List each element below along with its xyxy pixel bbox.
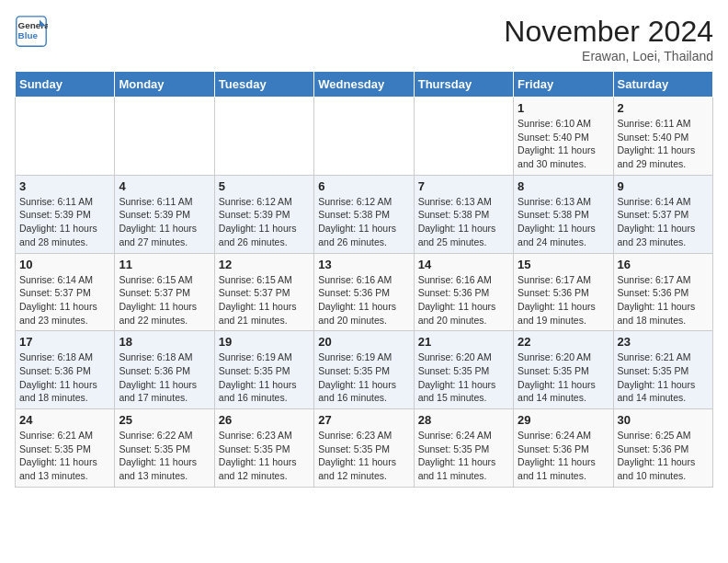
- day-info: Sunrise: 6:14 AM Sunset: 5:37 PM Dayligh…: [19, 273, 110, 327]
- calendar-week: 24Sunrise: 6:21 AM Sunset: 5:35 PM Dayli…: [16, 409, 713, 488]
- calendar-week: 17Sunrise: 6:18 AM Sunset: 5:36 PM Dayli…: [16, 331, 713, 409]
- day-info: Sunrise: 6:13 AM Sunset: 5:38 PM Dayligh…: [418, 195, 509, 249]
- calendar-cell: [214, 98, 313, 176]
- day-info: Sunrise: 6:21 AM Sunset: 5:35 PM Dayligh…: [618, 350, 709, 405]
- calendar-body: 1Sunrise: 6:10 AM Sunset: 5:40 PM Daylig…: [16, 98, 713, 488]
- day-info: Sunrise: 6:11 AM Sunset: 5:39 PM Dayligh…: [119, 195, 210, 249]
- day-info: Sunrise: 6:16 AM Sunset: 5:36 PM Dayligh…: [418, 273, 509, 327]
- day-info: Sunrise: 6:20 AM Sunset: 5:35 PM Dayligh…: [418, 350, 509, 405]
- day-number: 22: [518, 335, 609, 349]
- weekday-header: Tuesday: [214, 72, 313, 98]
- calendar-header: SundayMondayTuesdayWednesdayThursdayFrid…: [16, 72, 713, 98]
- day-number: 12: [219, 258, 310, 271]
- svg-text:Blue: Blue: [18, 30, 39, 40]
- day-number: 30: [618, 413, 709, 427]
- calendar-cell: 27Sunrise: 6:23 AM Sunset: 5:35 PM Dayli…: [314, 409, 414, 488]
- day-info: Sunrise: 6:16 AM Sunset: 5:36 PM Dayligh…: [318, 273, 409, 327]
- calendar-week: 10Sunrise: 6:14 AM Sunset: 5:37 PM Dayli…: [16, 253, 713, 331]
- day-info: Sunrise: 6:22 AM Sunset: 5:35 PM Dayligh…: [119, 429, 210, 483]
- day-number: 27: [318, 413, 409, 427]
- calendar-cell: 16Sunrise: 6:17 AM Sunset: 5:36 PM Dayli…: [613, 253, 712, 331]
- location: Erawan, Loei, Thailand: [504, 49, 713, 63]
- month-title: November 2024: [504, 15, 713, 49]
- weekday-header: Sunday: [16, 72, 115, 98]
- calendar-cell: 19Sunrise: 6:19 AM Sunset: 5:35 PM Dayli…: [214, 331, 313, 409]
- day-info: Sunrise: 6:12 AM Sunset: 5:39 PM Dayligh…: [219, 195, 310, 249]
- weekday-header: Saturday: [613, 72, 712, 98]
- logo-icon: General Blue: [15, 15, 48, 48]
- calendar-week: 3Sunrise: 6:11 AM Sunset: 5:39 PM Daylig…: [16, 175, 713, 253]
- calendar-cell: 13Sunrise: 6:16 AM Sunset: 5:36 PM Dayli…: [314, 253, 414, 331]
- calendar-cell: 9Sunrise: 6:14 AM Sunset: 5:37 PM Daylig…: [613, 175, 712, 253]
- day-info: Sunrise: 6:18 AM Sunset: 5:36 PM Dayligh…: [19, 350, 110, 405]
- calendar-cell: 1Sunrise: 6:10 AM Sunset: 5:40 PM Daylig…: [514, 98, 613, 176]
- day-info: Sunrise: 6:20 AM Sunset: 5:35 PM Dayligh…: [518, 350, 609, 405]
- day-info: Sunrise: 6:17 AM Sunset: 5:36 PM Dayligh…: [518, 273, 609, 327]
- day-number: 7: [418, 179, 509, 193]
- calendar-cell: [414, 98, 513, 176]
- day-info: Sunrise: 6:17 AM Sunset: 5:36 PM Dayligh…: [618, 273, 709, 327]
- day-number: 2: [618, 101, 709, 115]
- calendar-cell: [16, 98, 115, 176]
- day-info: Sunrise: 6:13 AM Sunset: 5:38 PM Dayligh…: [518, 195, 609, 249]
- day-info: Sunrise: 6:12 AM Sunset: 5:38 PM Dayligh…: [318, 195, 409, 249]
- day-info: Sunrise: 6:19 AM Sunset: 5:35 PM Dayligh…: [318, 350, 409, 405]
- calendar-cell: 8Sunrise: 6:13 AM Sunset: 5:38 PM Daylig…: [514, 175, 613, 253]
- day-number: 20: [318, 335, 409, 349]
- calendar-cell: 18Sunrise: 6:18 AM Sunset: 5:36 PM Dayli…: [115, 331, 214, 409]
- page-header: General Blue November 2024 Erawan, Loei,…: [15, 15, 713, 63]
- calendar-cell: 20Sunrise: 6:19 AM Sunset: 5:35 PM Dayli…: [314, 331, 414, 409]
- calendar-cell: 23Sunrise: 6:21 AM Sunset: 5:35 PM Dayli…: [613, 331, 712, 409]
- day-number: 4: [119, 179, 210, 193]
- day-number: 3: [19, 179, 110, 193]
- calendar-cell: 5Sunrise: 6:12 AM Sunset: 5:39 PM Daylig…: [214, 175, 313, 253]
- day-number: 13: [318, 258, 409, 271]
- day-number: 11: [119, 258, 210, 271]
- calendar-cell: 29Sunrise: 6:24 AM Sunset: 5:36 PM Dayli…: [514, 409, 613, 488]
- logo: General Blue: [15, 15, 48, 48]
- calendar-cell: 28Sunrise: 6:24 AM Sunset: 5:35 PM Dayli…: [414, 409, 513, 488]
- day-info: Sunrise: 6:10 AM Sunset: 5:40 PM Dayligh…: [518, 117, 609, 171]
- calendar: SundayMondayTuesdayWednesdayThursdayFrid…: [15, 71, 713, 488]
- calendar-cell: 22Sunrise: 6:20 AM Sunset: 5:35 PM Dayli…: [514, 331, 613, 409]
- calendar-cell: 12Sunrise: 6:15 AM Sunset: 5:37 PM Dayli…: [214, 253, 313, 331]
- calendar-cell: 3Sunrise: 6:11 AM Sunset: 5:39 PM Daylig…: [16, 175, 115, 253]
- day-number: 24: [19, 413, 110, 427]
- day-number: 15: [518, 258, 609, 271]
- day-info: Sunrise: 6:15 AM Sunset: 5:37 PM Dayligh…: [219, 273, 310, 327]
- day-info: Sunrise: 6:11 AM Sunset: 5:39 PM Dayligh…: [19, 195, 110, 249]
- calendar-cell: 26Sunrise: 6:23 AM Sunset: 5:35 PM Dayli…: [214, 409, 313, 488]
- calendar-cell: [115, 98, 214, 176]
- day-number: 8: [518, 179, 609, 193]
- day-info: Sunrise: 6:24 AM Sunset: 5:36 PM Dayligh…: [518, 429, 609, 483]
- calendar-cell: 7Sunrise: 6:13 AM Sunset: 5:38 PM Daylig…: [414, 175, 513, 253]
- day-number: 1: [518, 101, 609, 115]
- weekday-header: Monday: [115, 72, 214, 98]
- day-info: Sunrise: 6:25 AM Sunset: 5:36 PM Dayligh…: [618, 429, 709, 483]
- day-number: 25: [119, 413, 210, 427]
- weekday-header: Wednesday: [314, 72, 414, 98]
- calendar-cell: 17Sunrise: 6:18 AM Sunset: 5:36 PM Dayli…: [16, 331, 115, 409]
- day-number: 9: [618, 179, 709, 193]
- day-number: 16: [618, 258, 709, 271]
- day-info: Sunrise: 6:11 AM Sunset: 5:40 PM Dayligh…: [618, 117, 709, 171]
- day-number: 28: [418, 413, 509, 427]
- calendar-cell: 2Sunrise: 6:11 AM Sunset: 5:40 PM Daylig…: [613, 98, 712, 176]
- day-number: 14: [418, 258, 509, 271]
- day-info: Sunrise: 6:15 AM Sunset: 5:37 PM Dayligh…: [119, 273, 210, 327]
- weekday-header: Friday: [514, 72, 613, 98]
- day-info: Sunrise: 6:21 AM Sunset: 5:35 PM Dayligh…: [19, 429, 110, 483]
- day-info: Sunrise: 6:18 AM Sunset: 5:36 PM Dayligh…: [119, 350, 210, 405]
- day-number: 26: [219, 413, 310, 427]
- calendar-cell: 11Sunrise: 6:15 AM Sunset: 5:37 PM Dayli…: [115, 253, 214, 331]
- day-number: 6: [318, 179, 409, 193]
- day-number: 18: [119, 335, 210, 349]
- day-number: 23: [618, 335, 709, 349]
- title-area: November 2024 Erawan, Loei, Thailand: [504, 15, 713, 63]
- calendar-cell: 30Sunrise: 6:25 AM Sunset: 5:36 PM Dayli…: [613, 409, 712, 488]
- day-info: Sunrise: 6:23 AM Sunset: 5:35 PM Dayligh…: [318, 429, 409, 483]
- calendar-cell: 4Sunrise: 6:11 AM Sunset: 5:39 PM Daylig…: [115, 175, 214, 253]
- calendar-cell: 6Sunrise: 6:12 AM Sunset: 5:38 PM Daylig…: [314, 175, 414, 253]
- calendar-cell: 15Sunrise: 6:17 AM Sunset: 5:36 PM Dayli…: [514, 253, 613, 331]
- day-number: 17: [19, 335, 110, 349]
